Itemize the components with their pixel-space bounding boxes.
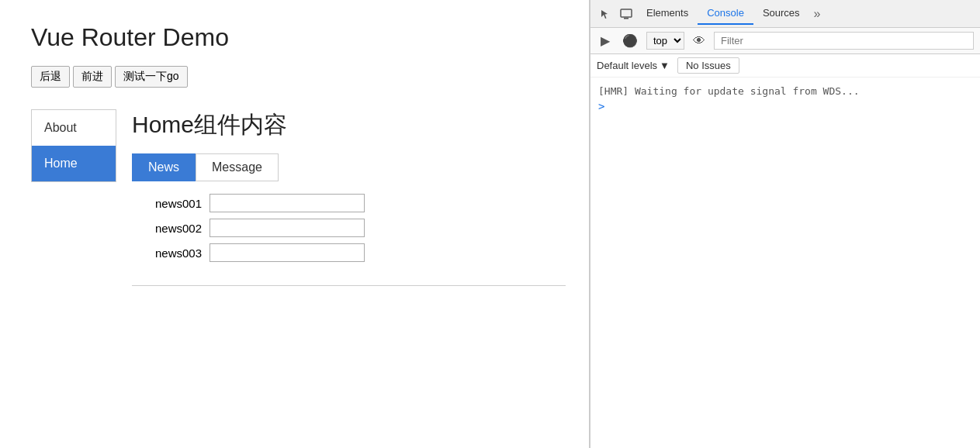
side-nav: About Home	[31, 109, 116, 182]
more-tabs-icon[interactable]: »	[809, 7, 826, 21]
play-icon-btn[interactable]: ▶	[597, 31, 614, 50]
message-tab[interactable]: Message	[196, 153, 279, 181]
news-input-1[interactable]	[210, 194, 365, 212]
top-buttons: 后退 前进 测试一下go	[31, 66, 566, 88]
app-title: Vue Router Demo	[31, 23, 566, 52]
news-input-2[interactable]	[210, 219, 365, 237]
list-item: news001	[155, 194, 566, 212]
about-nav[interactable]: About	[32, 110, 116, 146]
list-item: news002	[155, 219, 566, 237]
cursor-icon	[600, 9, 611, 19]
tab-sources[interactable]: Sources	[753, 2, 809, 25]
news-input-3[interactable]	[210, 243, 365, 262]
filter-input[interactable]	[714, 32, 974, 50]
news-item-label-1: news001	[155, 197, 202, 210]
content-divider	[132, 285, 566, 286]
svg-rect-1	[621, 9, 632, 17]
main-content: About Home Home组件内容 News Message news001…	[31, 109, 566, 286]
devtools-panel: Elements Console Sources » ▶ ⚫ top 👁 Def…	[590, 0, 980, 448]
device-icon	[620, 9, 632, 19]
eye-icon-btn[interactable]: 👁	[689, 32, 709, 50]
forward-button[interactable]: 前进	[73, 66, 112, 88]
console-arrow[interactable]: >	[598, 98, 972, 114]
news-tab[interactable]: News	[132, 153, 196, 181]
device-icon-btn[interactable]	[615, 5, 637, 22]
chevron-down-icon: ▼	[660, 60, 670, 71]
list-item: news003	[155, 243, 566, 262]
svg-marker-0	[601, 10, 608, 19]
context-select[interactable]: top	[646, 32, 684, 50]
sub-tabs: News Message	[132, 153, 566, 181]
tab-elements[interactable]: Elements	[637, 2, 698, 25]
home-nav[interactable]: Home	[32, 146, 116, 181]
home-area: Home组件内容 News Message news001 news002 ne…	[132, 109, 566, 286]
devtools-levels: Default levels ▼ No Issues	[590, 54, 980, 78]
devtools-tabs: Elements Console Sources »	[590, 0, 980, 28]
news-item-label-2: news002	[155, 222, 202, 235]
default-levels-btn[interactable]: Default levels ▼	[597, 60, 670, 71]
news-item-label-3: news003	[155, 246, 202, 260]
back-button[interactable]: 后退	[31, 66, 70, 88]
devtools-toolbar: ▶ ⚫ top 👁	[590, 28, 980, 54]
home-title: Home组件内容	[132, 109, 566, 141]
console-output: [HMR] Waiting for update signal from WDS…	[590, 78, 980, 448]
hmr-console-line: [HMR] Waiting for update signal from WDS…	[598, 84, 972, 98]
news-list: news001 news002 news003	[132, 194, 566, 262]
block-icon-btn[interactable]: ⚫	[618, 31, 642, 50]
left-panel: Vue Router Demo 后退 前进 测试一下go About Home …	[0, 0, 590, 448]
default-levels-label: Default levels	[597, 60, 657, 71]
tab-console[interactable]: Console	[698, 2, 753, 25]
test-go-button[interactable]: 测试一下go	[115, 66, 188, 88]
no-issues-btn[interactable]: No Issues	[677, 57, 739, 74]
svg-rect-2	[624, 18, 629, 19]
inspect-icon-btn[interactable]	[595, 5, 615, 22]
